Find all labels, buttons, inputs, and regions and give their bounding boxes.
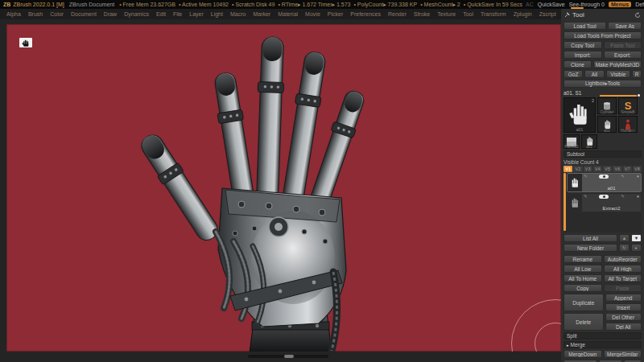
new-folder-button[interactable]: New Folder xyxy=(564,244,617,252)
menu-texture[interactable]: Texture xyxy=(437,11,456,17)
all-to-target-button[interactable]: All To Target xyxy=(604,274,642,282)
goz-visible-button[interactable]: Visible xyxy=(606,70,630,78)
split-section-header[interactable]: Split xyxy=(564,332,642,339)
polypaint-icon[interactable]: ✎ xyxy=(584,175,588,179)
export-button[interactable]: Export: xyxy=(604,51,642,59)
menu-alpha[interactable]: Alpha xyxy=(6,11,21,17)
save-as-button[interactable]: Save As xyxy=(608,22,642,30)
tab-v5[interactable]: V5 xyxy=(603,166,612,172)
brush-icon[interactable]: ✎ xyxy=(621,175,625,179)
list-all-button[interactable]: List All xyxy=(564,234,617,242)
thumb-scroll-dot[interactable] xyxy=(638,94,640,97)
menu-layer[interactable]: Layer xyxy=(189,11,204,17)
tab-v7[interactable]: V7 xyxy=(623,166,632,172)
del-all-button[interactable]: Del All xyxy=(605,323,642,331)
menu-material[interactable]: Material xyxy=(278,11,298,17)
copy-subtool-button[interactable]: Copy xyxy=(564,284,602,292)
subtool-item-a01[interactable]: ✎ ✎ ● a01 xyxy=(567,173,642,192)
quicksave-button[interactable]: QuickSave xyxy=(538,2,565,7)
all-to-home-button[interactable]: All To Home xyxy=(564,274,602,282)
menu-document[interactable]: Document xyxy=(71,11,97,17)
eye-icon[interactable]: ● xyxy=(637,195,639,199)
visibility-eye-pill[interactable] xyxy=(599,195,609,199)
menu-brush[interactable]: Brush xyxy=(28,11,43,17)
all-low-button[interactable]: All Low xyxy=(564,265,602,273)
tab-v4[interactable]: V4 xyxy=(593,166,602,172)
tab-v6[interactable]: V6 xyxy=(613,166,621,172)
subtool-scrollbar[interactable] xyxy=(564,173,566,231)
mergesimilar-button[interactable]: MergeSimilar xyxy=(604,350,642,358)
menu-macro[interactable]: Macro xyxy=(230,11,246,17)
import-button[interactable]: Import: xyxy=(564,51,602,59)
make-polymesh3d-button[interactable]: Make PolyMesh3D xyxy=(593,60,642,68)
menu-light[interactable]: Light xyxy=(211,11,223,17)
append-button[interactable]: Append xyxy=(605,294,642,302)
eye-icon[interactable]: ● xyxy=(637,175,639,179)
goz-all-button[interactable]: All xyxy=(584,70,604,78)
menu-edit[interactable]: Edit xyxy=(156,11,166,17)
active-tool-thumbnail[interactable]: 2 a01 xyxy=(564,97,596,133)
menu-render[interactable]: Render xyxy=(388,11,407,17)
delete-button[interactable]: Delete xyxy=(564,313,604,331)
visibility-eye-pill[interactable] xyxy=(599,175,609,179)
horizontal-scrollbar-handle[interactable] xyxy=(284,355,294,358)
del-other-button[interactable]: Del Other xyxy=(605,313,642,321)
undo-folder-icon[interactable]: ↻ xyxy=(619,244,630,252)
default-zscript-button[interactable]: DefaultZScript xyxy=(635,2,644,7)
see-through-slider[interactable]: See-through 0 xyxy=(569,2,605,7)
folder-action-icon[interactable]: ▸ xyxy=(631,244,642,252)
goz-button[interactable]: GoZ xyxy=(564,70,583,78)
horizontal-scrollbar[interactable] xyxy=(248,355,328,358)
menu-marker[interactable]: Marker xyxy=(253,11,270,17)
autoreorder-button[interactable]: AutoReorder xyxy=(604,255,642,263)
menu-stroke[interactable]: Stroke xyxy=(414,11,430,17)
menu-transform[interactable]: Transform xyxy=(481,11,506,17)
menu-draw[interactable]: Draw xyxy=(104,11,117,17)
tool-thumb-a01[interactable]: a01 xyxy=(597,116,617,133)
menu-picker[interactable]: Picker xyxy=(328,11,343,17)
tool-palette-header[interactable]: Tool xyxy=(564,10,642,20)
menu-file[interactable]: File xyxy=(173,11,182,17)
tool-thumb-plane[interactable]: Plane3D xyxy=(564,134,580,149)
polypaint-icon[interactable]: ✎ xyxy=(584,195,588,199)
tool-thumb-simplebrush[interactable]: S SimpleB xyxy=(618,97,638,114)
subtool-item-extract2[interactable]: ✎ ✎ ● Extract2 xyxy=(567,193,642,212)
stat-rtime-timer: RTime▸ 1.672 Timer▸ 1.573 xyxy=(278,2,350,8)
rename-button[interactable]: Rename xyxy=(564,255,602,263)
merge-section-header[interactable]: ▸ Merge xyxy=(564,341,642,348)
clone-button[interactable]: Clone xyxy=(564,60,592,68)
copy-tool-button[interactable]: Copy Tool xyxy=(564,41,602,49)
lightbox-tools-button[interactable]: Lightbox▸Tools xyxy=(564,80,642,88)
menu-tool[interactable]: Tool xyxy=(463,11,473,17)
tab-v8[interactable]: V8 xyxy=(633,166,642,172)
load-tools-from-project-button[interactable]: Load Tools From Project xyxy=(564,31,642,39)
subtool-section-header[interactable]: Subtool xyxy=(564,150,642,158)
menu-movie[interactable]: Movie xyxy=(305,11,320,17)
cycle-config-icon[interactable] xyxy=(634,12,641,19)
goz-r-button[interactable]: R xyxy=(632,70,642,78)
paste-subtool-button: Paste xyxy=(604,284,642,292)
all-high-button[interactable]: All High xyxy=(604,265,642,273)
move-up-button[interactable]: ▲ xyxy=(619,234,630,242)
duplicate-button[interactable]: Duplicate xyxy=(564,294,604,311)
menu-preferences[interactable]: Preferences xyxy=(350,11,381,17)
move-down-button[interactable]: ▼ xyxy=(631,234,642,242)
brush-icon[interactable]: ✎ xyxy=(621,195,625,199)
menu-zplugin[interactable]: Zplugin xyxy=(514,11,532,17)
tab-v3[interactable]: V3 xyxy=(584,166,592,172)
menu-color[interactable]: Color xyxy=(50,11,64,17)
tab-v1[interactable]: V1 xyxy=(564,166,572,172)
insert-button[interactable]: Insert xyxy=(605,303,642,311)
thumb-scrollbar[interactable] xyxy=(600,95,637,97)
tool-thumb-human[interactable]: Human r xyxy=(618,116,638,133)
menu-zscript[interactable]: Zscript xyxy=(539,11,556,17)
tab-v2[interactable]: V2 xyxy=(573,166,582,172)
load-tool-button[interactable]: Load Tool xyxy=(564,22,606,30)
mergedown-button[interactable]: MergeDown xyxy=(564,350,602,358)
menus-button[interactable]: Menus xyxy=(609,2,631,7)
sculpture-mech-hand[interactable] xyxy=(135,31,383,352)
tool-thumb-a01-2[interactable]: a01 xyxy=(581,134,597,149)
document-canvas[interactable] xyxy=(6,24,561,352)
tool-thumb-cylinder[interactable]: Cylinder xyxy=(597,97,617,114)
menu-dynamics[interactable]: Dynamics xyxy=(124,11,149,17)
